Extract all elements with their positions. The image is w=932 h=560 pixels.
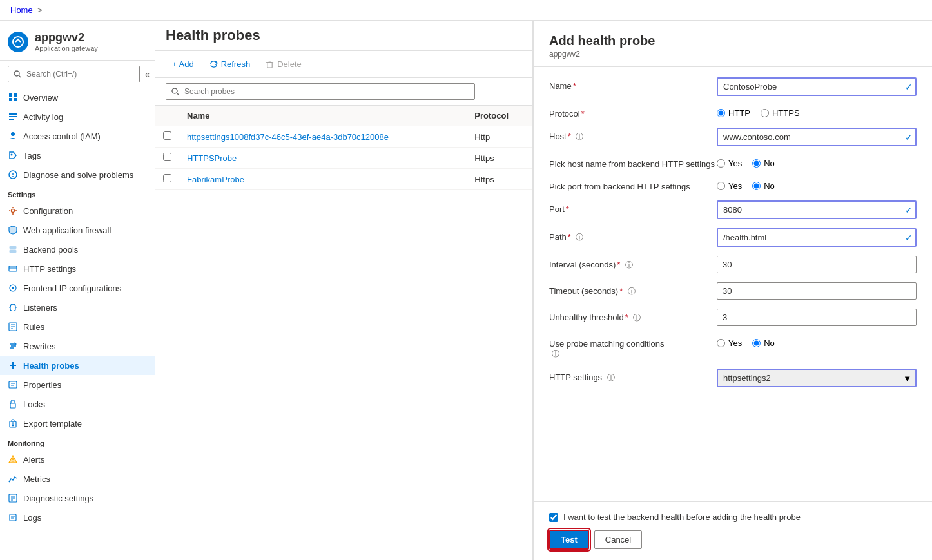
sidebar-item-export-template[interactable]: Export template [0,414,155,433]
svg-rect-17 [9,266,17,271]
form-row-interval: Interval (seconds)* ⓘ [549,256,917,273]
sidebar-item-health-probes[interactable]: Health probes [0,356,155,375]
probe-table: Name Protocol httpsettings1008fd37c-46c5… [155,106,532,560]
pick-host-yes-option[interactable]: Yes [717,159,742,168]
breadcrumb-separator: > [37,5,43,15]
interval-control [717,256,917,273]
resource-icon [8,32,28,52]
sidebar-item-overview[interactable]: Overview [0,88,155,107]
sidebar-item-label: Configuration [23,206,73,216]
pick-host-no-radio[interactable] [752,159,761,168]
sidebar-item-label: Diagnose and solve problems [23,170,133,180]
add-button[interactable]: + Add [166,56,200,72]
probe-search-input[interactable] [166,83,475,100]
unhealthy-info-icon[interactable]: ⓘ [633,313,641,322]
sidebar-item-activity-log[interactable]: Activity log [0,107,155,126]
probe-name-1[interactable]: HTTPSProbe [187,153,237,163]
sidebar-item-logs[interactable]: Logs [0,508,155,527]
iam-icon [8,131,18,141]
probe-matching-info-icon[interactable]: ⓘ [552,349,559,358]
sidebar-search-input[interactable] [8,66,140,82]
name-control: ✓ [717,77,917,96]
test-backend-checkbox[interactable] [549,513,558,522]
sidebar-item-tags[interactable]: Tags [0,146,155,165]
pick-port-yes-option[interactable]: Yes [717,181,742,191]
host-info-icon[interactable]: ⓘ [576,132,583,141]
port-control: ✓ [717,200,917,219]
svg-rect-5 [9,113,17,115]
protocol-https-option[interactable]: HTTPS [761,108,800,118]
host-label: Host* ⓘ [549,128,717,142]
probe-matching-yes-radio[interactable] [717,339,725,347]
path-input[interactable] [717,228,917,247]
port-input[interactable] [717,200,917,219]
breadcrumb: Home > [0,0,932,21]
refresh-icon [209,60,218,68]
sidebar-item-label: Listeners [23,303,57,313]
pick-port-no-option[interactable]: No [752,181,775,191]
waf-icon [8,225,18,235]
host-input[interactable] [717,128,917,146]
sidebar-item-http-settings[interactable]: HTTP settings [0,259,155,278]
timeout-input[interactable] [717,282,917,300]
test-button[interactable]: Test [549,530,589,550]
sidebar-item-label: Metrics [23,474,50,484]
http-settings-info-icon[interactable]: ⓘ [607,373,615,382]
sidebar-item-waf[interactable]: Web application firewall [0,220,155,240]
refresh-button[interactable]: Refresh [203,56,257,72]
pick-port-yes-radio[interactable] [717,182,725,190]
sidebar-item-backend-pools[interactable]: Backend pools [0,240,155,259]
sidebar-item-rewrites[interactable]: Rewrites [0,336,155,356]
row-checkbox-0[interactable] [163,131,171,140]
monitoring-section-label: Monitoring [0,433,155,450]
sidebar-item-configuration[interactable]: Configuration [0,201,155,220]
unhealthy-label: Unhealthy threshold* ⓘ [549,309,717,323]
sidebar-item-metrics[interactable]: Metrics [0,469,155,488]
row-checkbox-2[interactable] [163,174,171,182]
protocol-http-option[interactable]: HTTP [717,108,750,118]
properties-icon [8,380,18,390]
sidebar-item-alerts[interactable]: Alerts [0,450,155,469]
timeout-info-icon[interactable]: ⓘ [628,287,636,296]
sidebar-item-listeners[interactable]: Listeners [0,298,155,317]
form-row-http-settings: HTTP settings ⓘ httpsettings2 ▼ [549,369,917,387]
svg-rect-2 [14,93,17,97]
svg-rect-15 [10,246,16,249]
delete-button[interactable]: Delete [259,56,308,72]
sidebar-item-label: Health probes [23,361,79,371]
protocol-http-radio[interactable] [717,109,725,117]
sidebar-item-frontend-ip[interactable]: Frontend IP configurations [0,278,155,298]
interval-label: Interval (seconds)* ⓘ [549,256,717,271]
protocol-https-radio[interactable] [761,109,769,117]
pick-host-no-option[interactable]: No [752,159,775,168]
interval-input[interactable] [717,256,917,273]
probe-name-2[interactable]: FabrikamProbe [187,175,244,184]
breadcrumb-home[interactable]: Home [10,5,33,15]
cancel-button[interactable]: Cancel [594,530,642,549]
name-input[interactable] [717,77,917,96]
svg-rect-1 [9,93,12,97]
sidebar-item-diagnostic-settings[interactable]: Diagnostic settings [0,488,155,508]
probe-matching-no-option[interactable]: No [752,338,775,348]
pick-host-yes-radio[interactable] [717,159,725,168]
sidebar-item-properties[interactable]: Properties [0,375,155,394]
activity-log-icon [8,111,18,122]
sidebar-item-locks[interactable]: Locks [0,394,155,414]
sidebar-collapse-button[interactable]: « [142,67,152,82]
probe-matching-no-radio[interactable] [752,339,761,347]
probe-name-0[interactable]: httpsettings1008fd37c-46c5-43ef-ae4a-3db… [187,132,389,142]
svg-rect-7 [9,119,14,120]
svg-rect-6 [9,116,17,117]
probe-matching-yes-option[interactable]: Yes [717,338,742,348]
unhealthy-input[interactable] [717,309,917,326]
http-settings-select[interactable]: httpsettings2 [717,369,917,387]
timeout-label: Timeout (seconds)* ⓘ [549,282,717,297]
sidebar-item-access-control[interactable]: Access control (IAM) [0,126,155,146]
interval-info-icon[interactable]: ⓘ [625,260,633,269]
pick-port-no-radio[interactable] [752,182,761,190]
protocol-https-label: HTTPS [772,108,800,118]
row-checkbox-1[interactable] [163,153,171,161]
sidebar-item-diagnose[interactable]: Diagnose and solve problems [0,165,155,184]
sidebar-item-rules[interactable]: Rules [0,317,155,336]
path-info-icon[interactable]: ⓘ [576,233,583,242]
